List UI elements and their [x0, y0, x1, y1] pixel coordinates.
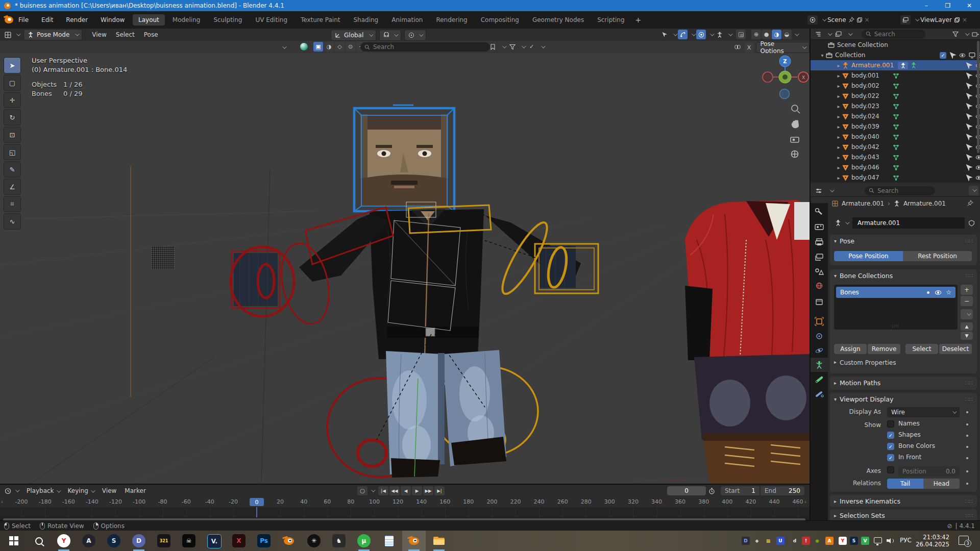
tab-modeling[interactable]: Modeling — [167, 14, 206, 26]
armature-id-icon[interactable] — [831, 217, 852, 229]
outliner-search-input[interactable]: Search — [862, 30, 925, 39]
object-name[interactable]: body.040 — [851, 133, 879, 140]
display-as-dropdown[interactable]: Wire — [887, 407, 960, 417]
move-down-button[interactable]: ▼ — [961, 332, 973, 340]
gizmo-x-neg-axis[interactable] — [763, 72, 773, 82]
panel-header-motion-paths[interactable]: ▸Motion Paths∷∷ — [830, 377, 977, 389]
scene-selector[interactable]: Scene × — [807, 14, 870, 26]
tool-annotate[interactable]: ∠ — [4, 179, 21, 195]
panel-header-bone-collections[interactable]: ▾Bone Collections∷∷ — [830, 269, 977, 282]
expand-icon[interactable]: ▸ — [836, 73, 841, 79]
overlays-toggle[interactable] — [696, 30, 706, 39]
new-collection-icon[interactable] — [971, 29, 980, 39]
menu-file[interactable]: File — [18, 16, 29, 23]
disable-viewport-icon[interactable] — [969, 52, 975, 59]
close-button[interactable]: ✕ — [959, 0, 980, 11]
selectable-icon[interactable] — [966, 113, 972, 120]
outliner-display-mode-icon[interactable] — [814, 29, 822, 39]
selectable-icon[interactable] — [949, 52, 956, 59]
proportional-editing-toggle[interactable] — [404, 30, 426, 41]
tool-move[interactable]: ↻ — [4, 109, 21, 126]
armature-name-field[interactable]: Armature.001 — [852, 217, 965, 229]
copy-viewlayer-icon[interactable] — [954, 17, 960, 23]
tray-icon-app-orange-tray[interactable]: A — [825, 537, 834, 545]
selectable-icon[interactable] — [966, 72, 972, 79]
brush-icon[interactable] — [300, 43, 308, 51]
tray-icon-discord-tray[interactable]: D — [742, 537, 750, 545]
selectable-icon[interactable] — [966, 93, 972, 99]
panel-header-selection-sets[interactable]: ▸Selection Sets∷∷ — [830, 509, 977, 520]
taskbar-clock[interactable]: 21:03:42 26.04.2025 — [916, 534, 949, 548]
frame-end-field[interactable]: End250 — [761, 486, 804, 495]
selectable-icon[interactable] — [966, 144, 972, 151]
selectable-icon[interactable] — [966, 134, 972, 140]
filter-icon[interactable] — [507, 42, 517, 52]
properties-search-input[interactable]: Search — [865, 186, 935, 195]
taskbar-icon-fan-app[interactable]: ✳ — [307, 534, 321, 547]
outliner-row-body-001[interactable]: ▸body.001 — [811, 70, 980, 81]
viewport-3d[interactable]: Z X — [0, 53, 810, 484]
select-button[interactable]: Select — [905, 344, 938, 354]
tray-icon-app-v-tray[interactable]: V — [861, 537, 869, 545]
tool-transform[interactable]: ✎ — [4, 161, 21, 178]
outliner-row-body-022[interactable]: ▸body.022 — [811, 91, 980, 101]
timeline-editor-icon[interactable] — [3, 486, 13, 496]
drag-dots-icon[interactable]: ∷∷ — [965, 380, 973, 386]
selectable-icon[interactable] — [966, 174, 972, 181]
outliner-row-body-024[interactable]: ▸body.024 — [811, 111, 980, 121]
transform-orientation-dropdown[interactable]: Global — [331, 30, 376, 41]
tray-icon-device-tray[interactable]: ! — [802, 537, 810, 545]
object-name[interactable]: body.023 — [851, 103, 879, 110]
object-name[interactable]: body.022 — [851, 92, 879, 99]
expand-icon[interactable]: ▸ — [836, 83, 841, 89]
tray-icon-photos-tray[interactable]: ▦ — [764, 537, 772, 545]
expand-icon[interactable]: ▸ — [836, 124, 841, 130]
checkbox-in-front[interactable]: ✓ — [887, 454, 894, 461]
pin-icon[interactable] — [848, 17, 854, 23]
taskbar-icon-blender[interactable] — [282, 534, 296, 547]
selectable-icon[interactable] — [966, 103, 972, 110]
minimize-button[interactable]: – — [916, 0, 937, 11]
object-name[interactable]: body.002 — [851, 82, 879, 89]
tray-icon-utorrent-tray[interactable]: U — [776, 537, 785, 545]
outliner-row-body-039[interactable]: ▸body.039 — [811, 121, 980, 132]
expand-icon[interactable]: ▸ — [836, 144, 841, 150]
remove-bone-collection-button[interactable]: − — [961, 296, 973, 306]
gizmos-toggle[interactable] — [678, 30, 688, 39]
outliner-scrollbar[interactable] — [977, 41, 979, 153]
timeline-track[interactable] — [0, 507, 810, 517]
outliner-row-body-046[interactable]: ▸body.046 — [811, 162, 980, 172]
taskbar-icon-explorer[interactable] — [432, 534, 446, 547]
object-name[interactable]: body.024 — [851, 113, 879, 120]
expand-icon[interactable]: ▸ — [836, 104, 841, 109]
tray-icon-nvidia-tray[interactable]: ◉ — [813, 537, 821, 545]
shading-wireframe-button[interactable]: ⊕ — [751, 30, 761, 39]
drag-dots-icon[interactable]: ∷∷ — [965, 273, 973, 279]
pin-icon[interactable] — [967, 200, 973, 207]
tool-option-icon[interactable]: ◇ — [335, 42, 345, 52]
remove-button[interactable]: Remove — [868, 344, 900, 354]
taskbar-icon-skull-app[interactable]: ☠ — [182, 534, 195, 547]
selectable-icon[interactable] — [966, 154, 972, 161]
outliner-row-body-002[interactable]: ▸body.002 — [811, 81, 980, 91]
menu-edit[interactable]: Edit — [41, 16, 53, 23]
checkbox-bone-colors[interactable]: ✓ — [887, 443, 894, 450]
snapping-toggle[interactable] — [379, 30, 401, 41]
next-keyframe-button[interactable]: ▶▶ — [423, 486, 433, 495]
move-up-button[interactable]: ▲ — [961, 322, 973, 331]
expand-icon[interactable]: ▸ — [836, 134, 841, 140]
star-icon[interactable]: ☆ — [946, 289, 951, 296]
search-input[interactable]: Search — [360, 42, 490, 52]
properties-editor-icon[interactable] — [814, 186, 823, 195]
jump-to-start-button[interactable]: |◀ — [378, 486, 388, 495]
tab-compositing[interactable]: Compositing — [475, 14, 525, 26]
play-button[interactable]: ▶ — [412, 486, 422, 495]
outliner-row-body-043[interactable]: ▸body.043 — [811, 152, 980, 162]
panel-header-viewport-display[interactable]: ▾Viewport Display∷∷ — [830, 393, 977, 405]
menu-window[interactable]: Window — [101, 16, 125, 23]
tab-sculpting[interactable]: Sculpting — [208, 14, 248, 26]
tab-geometry-nodes[interactable]: Geometry Nodes — [527, 14, 590, 26]
timeline-menu-keying[interactable]: Keying — [64, 487, 98, 494]
taskbar-icon-discord[interactable]: D — [132, 534, 145, 547]
tool-rotate[interactable]: ⊡ — [4, 127, 21, 143]
